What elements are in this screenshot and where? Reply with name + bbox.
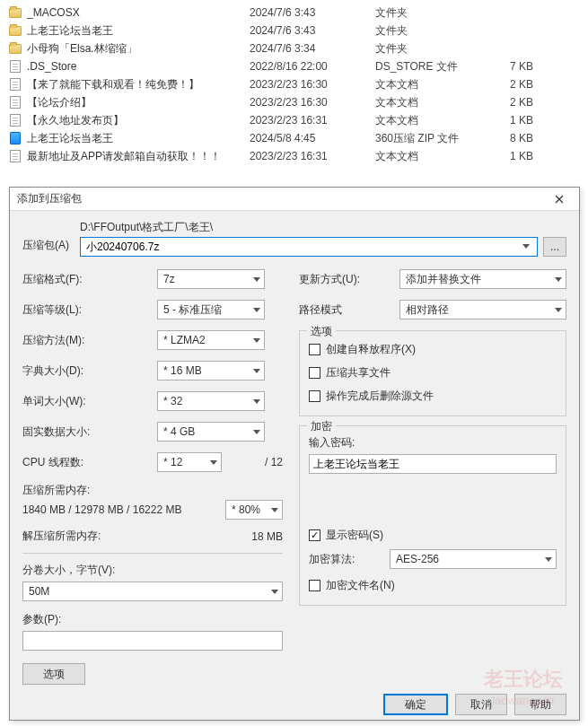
dict-label: 字典大小(D):: [22, 363, 157, 379]
file-row[interactable]: 最新地址及APP请发邮箱自动获取！！！2023/2/23 16:31文本文档1 …: [0, 147, 588, 165]
file-icon: [10, 78, 21, 91]
help-button[interactable]: 帮助: [514, 694, 566, 715]
file-date: 2024/7/6 3:43: [250, 6, 375, 19]
file-row[interactable]: 上老王论坛当老王2024/5/8 4:45360压缩 ZIP 文件8 KB: [0, 129, 588, 147]
archive-label: 压缩包(A): [22, 238, 80, 257]
file-icon: [10, 96, 21, 109]
file-type: 文本文档: [375, 95, 510, 110]
format-select[interactable]: 7z: [157, 269, 265, 289]
show-password-checkbox[interactable]: [309, 529, 320, 541]
mem-decomp-label: 解压缩所需内存:: [22, 529, 101, 544]
file-type: 文件夹: [375, 41, 510, 57]
file-date: 2022/8/16 22:00: [250, 60, 375, 73]
close-icon: [555, 195, 564, 204]
format-label: 压缩格式(F):: [22, 272, 157, 287]
show-password-label: 显示密码(S): [326, 528, 383, 543]
shared-checkbox[interactable]: [309, 367, 320, 379]
mem-pct-select[interactable]: * 80%: [225, 500, 283, 520]
file-row[interactable]: 【来了就能下载和观看！纯免费！】2023/2/23 16:30文本文档2 KB: [0, 75, 588, 93]
split-select[interactable]: 50M: [22, 582, 283, 601]
chevron-down-icon: [271, 590, 278, 595]
chevron-down-icon: [253, 338, 260, 344]
file-row[interactable]: _MACOSX2024/7/6 3:43文件夹: [0, 4, 588, 22]
file-name: 【来了就能下载和观看！纯免费！】: [27, 77, 250, 92]
file-type: 文件夹: [375, 23, 510, 39]
mem-comp-label: 压缩所需内存:: [22, 483, 283, 498]
word-select[interactable]: * 32: [157, 391, 265, 411]
file-name: 【永久地址发布页】: [27, 113, 250, 128]
dict-select[interactable]: * 16 MB: [157, 361, 265, 380]
file-date: 2024/7/6 3:34: [250, 42, 375, 55]
chevron-down-icon: [253, 369, 260, 374]
dialog-title: 添加到压缩包: [17, 191, 82, 206]
mem-comp-value: 1840 MB / 12978 MB / 16222 MB: [22, 503, 181, 516]
file-name: 最新地址及APP请发邮箱自动获取！！！: [27, 149, 250, 164]
file-type: 360压缩 ZIP 文件: [375, 131, 510, 146]
file-name: 上老王论坛当老王: [27, 23, 250, 39]
file-row[interactable]: 【论坛介绍】2023/2/23 16:30文本文档2 KB: [0, 93, 588, 111]
encryption-legend: 加密: [307, 419, 336, 434]
archive-dialog: 添加到压缩包 压缩包(A) D:\FFOutput\格式工厂\老王\ ...: [9, 187, 580, 721]
file-size: 2 KB: [510, 96, 564, 109]
pathmode-select[interactable]: 相对路径: [399, 300, 566, 319]
chevron-down-icon: [555, 277, 562, 283]
file-row[interactable]: .DS_Store2022/8/16 22:00DS_STORE 文件7 KB: [0, 57, 588, 75]
file-size: 2 KB: [510, 78, 564, 91]
file-date: 2024/5/8 4:45: [250, 132, 375, 144]
file-name: _MACOSX: [27, 6, 250, 19]
encrypt-names-checkbox[interactable]: [309, 580, 320, 591]
word-label: 单词大小(W):: [22, 394, 157, 409]
chevron-down-icon: [253, 430, 260, 435]
encrypt-names-label: 加密文件名(N): [326, 578, 395, 593]
file-date: 2023/2/23 16:30: [250, 78, 375, 91]
chevron-down-icon: [253, 277, 260, 283]
cpu-select[interactable]: * 12: [157, 452, 222, 472]
ok-button[interactable]: 确定: [383, 694, 448, 715]
params-label: 参数(P):: [22, 612, 283, 627]
close-button[interactable]: [547, 190, 572, 208]
file-row[interactable]: 【永久地址发布页】2023/2/23 16:31文本文档1 KB: [0, 111, 588, 129]
sfx-checkbox[interactable]: [309, 344, 320, 355]
file-type: 文本文档: [375, 113, 510, 128]
solid-select[interactable]: * 4 GB: [157, 422, 265, 442]
file-icon: [10, 150, 21, 162]
file-list: _MACOSX2024/7/6 3:43文件夹上老王论坛当老王2024/7/6 …: [0, 0, 588, 169]
options-button[interactable]: 选项: [22, 663, 85, 685]
divider: [22, 553, 283, 554]
password-input[interactable]: [309, 454, 557, 474]
chevron-down-icon: [253, 399, 260, 405]
dialog-titlebar: 添加到压缩包: [10, 188, 579, 211]
shared-label: 压缩共享文件: [326, 365, 391, 380]
cancel-button[interactable]: 取消: [455, 694, 507, 715]
update-label: 更新方式(U):: [299, 272, 399, 287]
cpu-label: CPU 线程数:: [22, 455, 157, 470]
browse-button[interactable]: ...: [543, 237, 566, 257]
chevron-down-icon: [522, 244, 530, 249]
cpu-total: / 12: [222, 456, 283, 468]
folder-icon: [9, 44, 22, 54]
params-input[interactable]: [22, 631, 283, 651]
file-row[interactable]: 上老王论坛当老王2024/7/6 3:43文件夹: [0, 22, 588, 39]
file-row[interactable]: 小母狗「Elsa.林缩缩」2024/7/6 3:34文件夹: [0, 39, 588, 57]
enc-method-select[interactable]: AES-256: [390, 549, 557, 569]
pathmode-label: 路径模式: [299, 302, 399, 318]
file-type: DS_STORE 文件: [375, 59, 510, 74]
archive-name-combo[interactable]: [80, 237, 538, 257]
file-date: 2023/2/23 16:30: [250, 96, 375, 109]
archive-dir: D:\FFOutput\格式工厂\老王\: [80, 220, 566, 235]
sfx-label: 创建自释放程序(X): [326, 342, 416, 357]
archive-name-dropdown[interactable]: [519, 239, 533, 255]
chevron-down-icon: [210, 460, 217, 466]
delete-checkbox[interactable]: [309, 390, 320, 402]
archive-name-input[interactable]: [84, 240, 519, 254]
mem-decomp-value: 18 MB: [251, 530, 283, 543]
options-fieldset: 选项 创建自释放程序(X) 压缩共享文件 操作完成后删除源文件: [299, 330, 566, 416]
method-select[interactable]: * LZMA2: [157, 330, 265, 350]
file-size: 7 KB: [510, 60, 564, 73]
level-label: 压缩等级(L):: [22, 302, 157, 318]
encryption-fieldset: 加密 输入密码: 显示密码(S) 加密算法: AES-256 加密文件名(N): [299, 425, 566, 606]
chevron-down-icon: [271, 508, 278, 513]
file-date: 2023/2/23 16:31: [250, 150, 375, 162]
update-select[interactable]: 添加并替换文件: [399, 269, 566, 289]
level-select[interactable]: 5 - 标准压缩: [157, 300, 265, 319]
